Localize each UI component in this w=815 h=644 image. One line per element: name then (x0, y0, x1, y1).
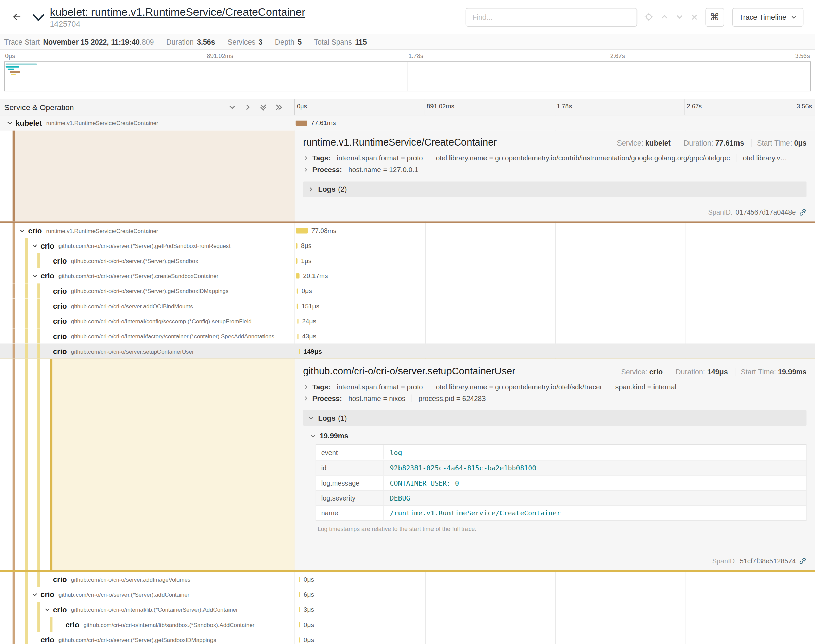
minimap-span-bar (11, 74, 15, 75)
deep-link-icon[interactable] (799, 557, 807, 565)
span-duration-bar[interactable] (297, 303, 298, 308)
minimap-span-bar (6, 64, 37, 65)
trace-depth: Depth5 (275, 38, 302, 46)
prev-match-icon[interactable] (661, 13, 668, 21)
logs-toggle[interactable]: Logs (2) (303, 182, 806, 197)
span-timeline-cell: 0μs (295, 632, 815, 644)
span-detail-title: github.com/cri-o/cri-o/server.setupConta… (303, 365, 621, 377)
chevron-right-icon (303, 384, 309, 390)
span-detail-content: github.com/cri-o/cri-o/server.setupConta… (295, 359, 815, 570)
span-duration-bar[interactable] (299, 622, 300, 627)
tags-row[interactable]: Tags: internal.span.format = proto otel.… (303, 154, 806, 162)
log-fields-table: event log id 92b82381-025c-4a64-815c-ba2… (316, 445, 807, 521)
expand-one-icon[interactable] (244, 103, 251, 111)
back-button[interactable] (7, 8, 26, 26)
span-row[interactable]: crio github.com/cri-o/cri-o/server.(*Ser… (0, 587, 815, 602)
chevron-down-icon[interactable] (30, 242, 40, 248)
trace-collapse-chevron-icon[interactable] (32, 14, 45, 23)
span-duration-bar[interactable] (299, 637, 300, 642)
span-duration-bar[interactable] (296, 273, 299, 278)
span-duration-bar[interactable] (299, 607, 300, 612)
span-row[interactable]: crio github.com/cri-o/cri-o/server.(*Ser… (0, 632, 815, 644)
span-row[interactable]: kubelet runtime.v1.RuntimeService/Create… (0, 115, 815, 130)
logs-toggle[interactable]: Logs (1) (303, 410, 806, 426)
chevron-right-icon (303, 167, 309, 173)
span-id-row: SpanID: 0174567d17a0448e (303, 205, 806, 217)
collapse-all-icon[interactable] (259, 103, 267, 111)
span-service: crio (53, 302, 67, 310)
process-row[interactable]: Process: host.name = nixos process.pid =… (303, 394, 806, 402)
span-row[interactable]: crio github.com/cri-o/cri-o/server.addIm… (0, 572, 815, 587)
span-row[interactable]: crio github.com/cri-o/cri-o/server.(*Ser… (0, 268, 815, 283)
span-duration-bar[interactable] (299, 348, 300, 354)
span-duration-bar[interactable] (297, 334, 298, 339)
trace-start: Trace StartNovember 15 2022, 11:19:40.80… (4, 38, 154, 46)
span-row[interactable]: crio github.com/cri-o/cri-o/server.setup… (0, 343, 815, 358)
log-field-row: id 92b82381-025c-4a64-815c-ba2e1bb08100 (316, 460, 806, 475)
span-row[interactable]: crio github.com/cri-o/cri-o/server.(*Ser… (0, 238, 815, 253)
span-row[interactable]: crio github.com/cri-o/cri-o/server.addOC… (0, 298, 815, 313)
clear-search-icon[interactable] (691, 13, 698, 20)
expand-all-icon[interactable] (275, 103, 283, 111)
span-service: crio (53, 256, 67, 265)
next-match-icon[interactable] (676, 13, 683, 21)
span-row[interactable]: crio github.com/cri-o/cri-o/internal/fac… (0, 328, 815, 343)
keyboard-shortcuts-button[interactable]: ⌘ (705, 8, 724, 26)
process-row[interactable]: Process: host.name = 127.0.0.1 (303, 166, 806, 174)
span-duration-bar[interactable] (299, 577, 300, 582)
span-operation: github.com/cri-o/cri-o/internal/lib/sand… (83, 621, 254, 628)
minimap-span-bar (6, 66, 19, 67)
log-timestamp-toggle[interactable]: 19.99ms (310, 429, 807, 442)
span-detail-title: runtime.v1.RuntimeService/CreateContaine… (303, 137, 617, 148)
span-duration-bar[interactable] (299, 592, 300, 597)
span-detail-setup-container-user: github.com/cri-o/cri-o/server.setupConta… (0, 359, 815, 572)
span-name-cell: crio runtime.v1.RuntimeService/CreateCon… (0, 223, 295, 238)
span-duration-bar[interactable] (296, 228, 308, 233)
span-operation: github.com/cri-o/cri-o/server.addOCIBind… (71, 303, 193, 309)
chevron-down-icon[interactable] (18, 227, 27, 234)
span-duration-label: 43μs (302, 333, 316, 340)
span-row[interactable]: crio runtime.v1.RuntimeService/CreateCon… (0, 223, 815, 238)
span-row[interactable]: crio github.com/cri-o/cri-o/server.(*Ser… (0, 253, 815, 268)
span-duration-bar[interactable] (297, 318, 298, 324)
span-duration-label: 1μs (301, 257, 311, 264)
span-duration-label: 77.61ms (311, 120, 335, 126)
minimap-canvas[interactable] (4, 61, 811, 92)
chevron-down-icon[interactable] (30, 591, 40, 597)
span-duration-bar[interactable] (296, 243, 297, 248)
span-name-cell: crio github.com/cri-o/cri-o/server.(*Ser… (0, 283, 295, 298)
span-name-cell: crio github.com/cri-o/cri-o/internal/lib… (0, 617, 295, 632)
span-timeline-cell: 77.08ms (295, 223, 815, 238)
trace-view-dropdown[interactable]: Trace Timeline (732, 8, 803, 26)
locate-match-icon[interactable] (644, 12, 653, 21)
find-input[interactable] (466, 8, 637, 26)
tags-row[interactable]: Tags: internal.span.format = proto otel.… (303, 383, 806, 391)
span-name-cell: crio github.com/cri-o/cri-o/server.(*Ser… (0, 632, 295, 644)
find-controls (644, 12, 698, 21)
span-row[interactable]: crio github.com/cri-o/cri-o/internal/con… (0, 313, 815, 328)
span-name-cell: crio github.com/cri-o/cri-o/internal/lib… (0, 602, 295, 617)
span-duration-label: 8μs (301, 242, 311, 249)
chevron-down-icon[interactable] (5, 120, 15, 126)
chevron-down-icon[interactable] (30, 273, 40, 279)
span-duration-label: 149μs (303, 348, 322, 355)
span-row[interactable]: crio github.com/cri-o/cri-o/internal/lib… (0, 602, 815, 617)
trace-duration: Duration3.56s (166, 38, 215, 46)
trace-view-dropdown-label: Trace Timeline (739, 12, 786, 21)
span-duration-bar[interactable] (297, 288, 298, 293)
span-row[interactable]: crio github.com/cri-o/cri-o/internal/lib… (0, 617, 815, 632)
span-row[interactable]: crio github.com/cri-o/cri-o/server.(*Ser… (0, 283, 815, 298)
span-duration-bar[interactable] (296, 258, 297, 263)
span-service: crio (53, 575, 67, 583)
deep-link-icon[interactable] (799, 209, 807, 216)
span-duration-label: 77.08ms (311, 227, 336, 234)
span-timeline-cell: 77.61ms (295, 115, 815, 130)
chevron-down-icon[interactable] (43, 606, 52, 612)
trace-title-link[interactable]: kubelet: runtime.v1.RuntimeService/Creat… (50, 6, 305, 18)
span-rows: kubelet runtime.v1.RuntimeService/Create… (0, 115, 815, 644)
span-duration-bar[interactable] (296, 120, 307, 126)
span-service: crio (40, 241, 54, 250)
collapse-one-icon[interactable] (228, 103, 236, 111)
span-duration-label: 151μs (302, 302, 319, 310)
span-service: crio (40, 590, 54, 598)
